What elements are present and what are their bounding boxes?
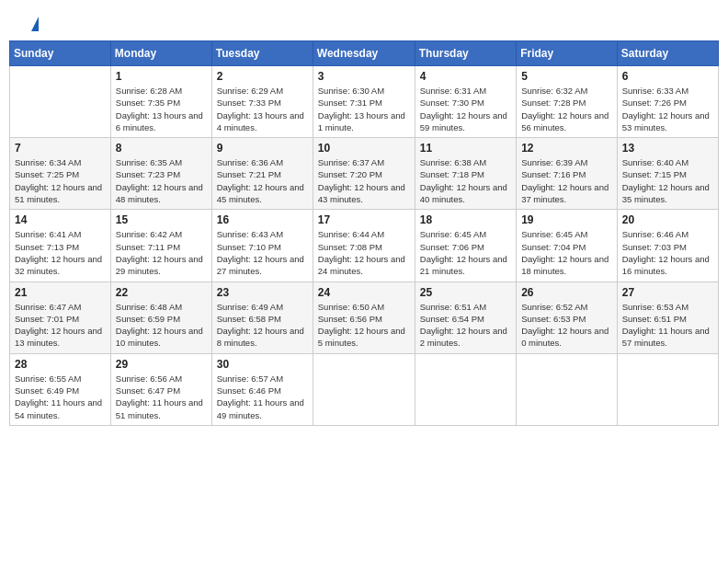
cell-info: Sunrise: 6:38 AMSunset: 7:18 PMDaylight:… xyxy=(420,156,511,205)
cell-info: Sunrise: 6:42 AMSunset: 7:11 PMDaylight:… xyxy=(116,228,207,277)
cell-info: Sunrise: 6:32 AMSunset: 7:28 PMDaylight:… xyxy=(521,85,612,133)
calendar-cell: 1 Sunrise: 6:28 AMSunset: 7:35 PMDayligh… xyxy=(110,66,211,138)
day-number: 12 xyxy=(521,142,612,155)
day-number: 11 xyxy=(420,142,511,155)
cell-info: Sunrise: 6:40 AMSunset: 7:15 PMDaylight:… xyxy=(622,156,713,205)
day-header: Monday xyxy=(110,41,211,66)
calendar-cell: 27 Sunrise: 6:53 AMSunset: 6:51 PMDaylig… xyxy=(617,282,718,353)
day-number: 16 xyxy=(217,213,308,226)
cell-info: Sunrise: 6:52 AMSunset: 6:53 PMDaylight:… xyxy=(521,301,612,350)
calendar-cell: 26 Sunrise: 6:52 AMSunset: 6:53 PMDaylig… xyxy=(517,282,618,353)
cell-info: Sunrise: 6:39 AMSunset: 7:16 PMDaylight:… xyxy=(521,156,612,205)
day-number: 3 xyxy=(318,70,410,83)
calendar-cell: 9 Sunrise: 6:36 AMSunset: 7:21 PMDayligh… xyxy=(211,138,313,210)
logo-icon xyxy=(20,17,39,31)
day-number: 7 xyxy=(15,142,106,155)
day-number: 15 xyxy=(116,213,207,226)
cell-info: Sunrise: 6:50 AMSunset: 6:56 PMDaylight:… xyxy=(318,301,410,350)
cell-info: Sunrise: 6:29 AMSunset: 7:33 PMDaylight:… xyxy=(217,85,308,133)
day-header: Tuesday xyxy=(211,41,313,66)
day-number: 20 xyxy=(622,213,713,226)
cell-info: Sunrise: 6:41 AMSunset: 7:13 PMDaylight:… xyxy=(15,228,106,277)
cell-info: Sunrise: 6:35 AMSunset: 7:23 PMDaylight:… xyxy=(116,156,207,205)
day-number: 26 xyxy=(521,286,612,299)
calendar-week-row: 28 Sunrise: 6:55 AMSunset: 6:49 PMDaylig… xyxy=(10,353,719,425)
calendar-week-row: 21 Sunrise: 6:47 AMSunset: 7:01 PMDaylig… xyxy=(10,282,719,353)
day-number: 19 xyxy=(521,213,612,226)
calendar-cell: 11 Sunrise: 6:38 AMSunset: 7:18 PMDaylig… xyxy=(415,138,516,210)
calendar-cell: 25 Sunrise: 6:51 AMSunset: 6:54 PMDaylig… xyxy=(415,282,516,353)
calendar-cell: 23 Sunrise: 6:49 AMSunset: 6:58 PMDaylig… xyxy=(211,282,313,353)
day-number: 25 xyxy=(420,286,511,299)
day-header: Friday xyxy=(517,41,618,66)
calendar-cell: 10 Sunrise: 6:37 AMSunset: 7:20 PMDaylig… xyxy=(313,138,415,210)
calendar-cell: 2 Sunrise: 6:29 AMSunset: 7:33 PMDayligh… xyxy=(211,66,313,138)
day-number: 2 xyxy=(217,70,308,83)
calendar-cell: 24 Sunrise: 6:50 AMSunset: 6:56 PMDaylig… xyxy=(313,282,415,353)
calendar-cell: 6 Sunrise: 6:33 AMSunset: 7:26 PMDayligh… xyxy=(617,66,718,138)
cell-info: Sunrise: 6:45 AMSunset: 7:06 PMDaylight:… xyxy=(420,228,511,277)
day-number: 24 xyxy=(318,286,410,299)
cell-info: Sunrise: 6:43 AMSunset: 7:10 PMDaylight:… xyxy=(217,228,308,277)
calendar-cell: 16 Sunrise: 6:43 AMSunset: 7:10 PMDaylig… xyxy=(211,210,313,282)
day-number: 29 xyxy=(116,358,207,371)
calendar-cell: 12 Sunrise: 6:39 AMSunset: 7:16 PMDaylig… xyxy=(517,138,618,210)
day-header: Thursday xyxy=(415,41,516,66)
day-number: 27 xyxy=(622,286,713,299)
day-number: 22 xyxy=(116,286,207,299)
day-number: 30 xyxy=(217,358,308,371)
cell-info: Sunrise: 6:48 AMSunset: 6:59 PMDaylight:… xyxy=(116,301,207,350)
calendar-week-row: 1 Sunrise: 6:28 AMSunset: 7:35 PMDayligh… xyxy=(10,66,719,138)
page-header xyxy=(9,9,719,36)
calendar-cell: 4 Sunrise: 6:31 AMSunset: 7:30 PMDayligh… xyxy=(415,66,516,138)
day-number: 23 xyxy=(217,286,308,299)
cell-info: Sunrise: 6:49 AMSunset: 6:58 PMDaylight:… xyxy=(217,301,308,350)
day-number: 13 xyxy=(622,142,713,155)
day-number: 9 xyxy=(217,142,308,155)
svg-marker-0 xyxy=(20,17,39,31)
calendar-cell: 30 Sunrise: 6:57 AMSunset: 6:46 PMDaylig… xyxy=(211,353,313,425)
calendar-cell: 21 Sunrise: 6:47 AMSunset: 7:01 PMDaylig… xyxy=(10,282,111,353)
cell-info: Sunrise: 6:31 AMSunset: 7:30 PMDaylight:… xyxy=(420,85,511,133)
cell-info: Sunrise: 6:36 AMSunset: 7:21 PMDaylight:… xyxy=(217,156,308,205)
day-number: 21 xyxy=(15,286,106,299)
day-header: Saturday xyxy=(617,41,718,66)
cell-info: Sunrise: 6:30 AMSunset: 7:31 PMDaylight:… xyxy=(318,85,410,133)
calendar-table: SundayMondayTuesdayWednesdayThursdayFrid… xyxy=(9,40,719,426)
day-number: 1 xyxy=(116,70,207,83)
calendar-cell: 14 Sunrise: 6:41 AMSunset: 7:13 PMDaylig… xyxy=(10,210,111,282)
calendar-cell: 20 Sunrise: 6:46 AMSunset: 7:03 PMDaylig… xyxy=(617,210,718,282)
cell-info: Sunrise: 6:53 AMSunset: 6:51 PMDaylight:… xyxy=(622,301,713,350)
cell-info: Sunrise: 6:28 AMSunset: 7:35 PMDaylight:… xyxy=(116,85,207,133)
calendar-cell: 18 Sunrise: 6:45 AMSunset: 7:06 PMDaylig… xyxy=(415,210,516,282)
cell-info: Sunrise: 6:55 AMSunset: 6:49 PMDaylight:… xyxy=(15,373,106,421)
day-number: 14 xyxy=(15,213,106,226)
cell-info: Sunrise: 6:47 AMSunset: 7:01 PMDaylight:… xyxy=(15,301,106,350)
logo xyxy=(18,18,39,31)
day-header: Wednesday xyxy=(313,41,415,66)
cell-info: Sunrise: 6:45 AMSunset: 7:04 PMDaylight:… xyxy=(521,228,612,277)
cell-info: Sunrise: 6:46 AMSunset: 7:03 PMDaylight:… xyxy=(622,228,713,277)
calendar-cell xyxy=(517,353,618,425)
calendar-cell: 3 Sunrise: 6:30 AMSunset: 7:31 PMDayligh… xyxy=(313,66,415,138)
calendar-cell xyxy=(313,353,415,425)
day-number: 17 xyxy=(318,213,410,226)
cell-info: Sunrise: 6:34 AMSunset: 7:25 PMDaylight:… xyxy=(15,156,106,205)
cell-info: Sunrise: 6:51 AMSunset: 6:54 PMDaylight:… xyxy=(420,301,511,350)
calendar-week-row: 7 Sunrise: 6:34 AMSunset: 7:25 PMDayligh… xyxy=(10,138,719,210)
calendar-cell: 13 Sunrise: 6:40 AMSunset: 7:15 PMDaylig… xyxy=(617,138,718,210)
day-number: 18 xyxy=(420,213,511,226)
calendar-cell: 17 Sunrise: 6:44 AMSunset: 7:08 PMDaylig… xyxy=(313,210,415,282)
calendar-header-row: SundayMondayTuesdayWednesdayThursdayFrid… xyxy=(10,41,719,66)
cell-info: Sunrise: 6:56 AMSunset: 6:47 PMDaylight:… xyxy=(116,373,207,421)
day-number: 28 xyxy=(15,358,106,371)
calendar-cell: 5 Sunrise: 6:32 AMSunset: 7:28 PMDayligh… xyxy=(517,66,618,138)
cell-info: Sunrise: 6:44 AMSunset: 7:08 PMDaylight:… xyxy=(318,228,410,277)
cell-info: Sunrise: 6:57 AMSunset: 6:46 PMDaylight:… xyxy=(217,373,308,421)
calendar-cell: 19 Sunrise: 6:45 AMSunset: 7:04 PMDaylig… xyxy=(517,210,618,282)
day-number: 10 xyxy=(318,142,410,155)
cell-info: Sunrise: 6:33 AMSunset: 7:26 PMDaylight:… xyxy=(622,85,713,133)
calendar-cell: 28 Sunrise: 6:55 AMSunset: 6:49 PMDaylig… xyxy=(10,353,111,425)
calendar-cell xyxy=(617,353,718,425)
day-number: 6 xyxy=(622,70,713,83)
